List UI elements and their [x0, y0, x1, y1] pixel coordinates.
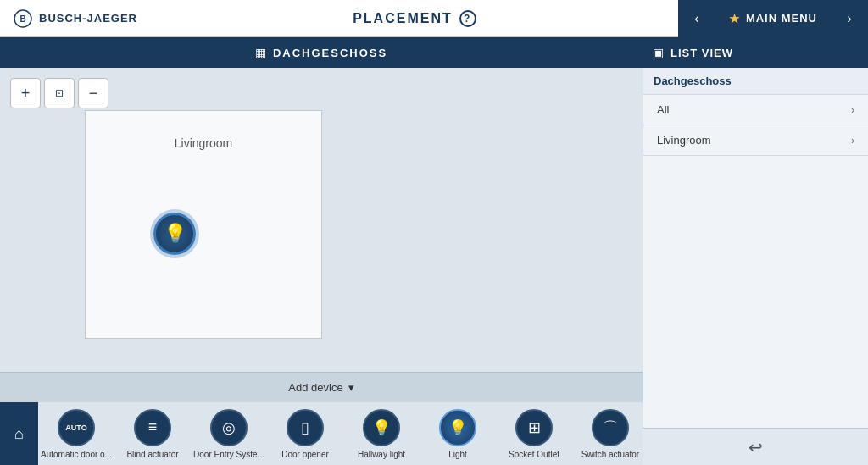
logo-area: B BUSCH-JAEGER [0, 9, 151, 28]
chevron-right-icon-livingroom: › [851, 135, 854, 147]
device-icon-circle-light: 💡 [439, 409, 476, 446]
zoom-in-button[interactable]: + [10, 78, 41, 108]
device-icon-blind: ≡ [148, 418, 158, 436]
device-label-switch: Switch actuator [581, 450, 639, 459]
device-label-hallway: Hallway light [358, 450, 405, 459]
device-item-hallway[interactable]: 💡Hallway light [343, 402, 420, 465]
device-icon-circle-blind: ≡ [134, 409, 171, 446]
zoom-fit-button[interactable]: ⊡ [44, 78, 75, 108]
floor-bar-label: DACHGESCHOSS [273, 47, 387, 59]
add-device-label: Add device [288, 381, 342, 394]
device-icon-light: 💡 [448, 418, 467, 437]
right-panel-back-button[interactable]: ↩ [643, 428, 868, 465]
floor-plan: Livingroom 💡 [85, 110, 322, 339]
device-item-door[interactable]: ▯Door opener [267, 402, 343, 465]
device-icon-circle-auto: AUTO [58, 409, 95, 446]
right-panel-section: Dachgeschoss [643, 68, 868, 95]
device-item-light[interactable]: 💡Light [420, 402, 496, 465]
home-icon: ⌂ [14, 425, 24, 443]
main-menu-label: MAIN MENU [746, 12, 817, 25]
device-item-blind[interactable]: ≡Blind actuator [114, 402, 191, 465]
device-item-switch[interactable]: ⌒Switch actuator [572, 402, 643, 465]
add-device-arrow: ▾ [348, 381, 354, 394]
zoom-out-button[interactable]: − [78, 78, 108, 108]
right-panel-icon: ▣ [653, 46, 664, 59]
nav-next-button[interactable]: › [831, 0, 868, 37]
help-icon[interactable]: ? [459, 10, 476, 27]
main-canvas: Livingroom 💡 [0, 68, 643, 372]
floor-bar: ▦ DACHGESCHOSS [0, 37, 643, 68]
svg-text:B: B [19, 14, 25, 24]
device-bulb-icon: 💡 [164, 223, 186, 245]
chevron-right-icon-all: › [851, 104, 854, 116]
device-label-blind: Blind actuator [126, 450, 178, 459]
device-item-auto[interactable]: AUTOAutomatic door o... [38, 402, 114, 465]
logo-icon: B [14, 9, 32, 28]
device-icon-switch: ⌒ [603, 418, 618, 438]
right-panel-all-label: All [657, 103, 669, 116]
logo-text: BUSCH-JAEGER [39, 12, 137, 25]
room-label: Livingroom [86, 136, 321, 150]
star-icon: ★ [729, 12, 741, 25]
device-on-floor-plan[interactable]: 💡 [153, 213, 196, 255]
device-tray: AUTOAutomatic door o...≡Blind actuator◎D… [38, 402, 643, 465]
zoom-controls: + ⊡ − [10, 78, 108, 108]
floor-icon: ▦ [255, 46, 266, 59]
bottom-bar: Add device ▾ ⌂ AUTOAutomatic door o...≡B… [0, 372, 643, 465]
device-label-entry: Door Entry Syste... [193, 450, 264, 459]
device-label-light: Light [448, 450, 467, 459]
device-icon-circle-entry: ◎ [210, 409, 248, 446]
header-title: PLACEMENT ? [151, 10, 678, 27]
home-button[interactable]: ⌂ [0, 402, 38, 465]
device-icon-circle-hallway: 💡 [363, 409, 400, 446]
device-label-socket: Socket Outlet [509, 450, 559, 459]
device-icon-door: ▯ [301, 418, 309, 437]
right-panel-item-all[interactable]: All › [643, 95, 868, 125]
device-icon-socket: ⊞ [528, 418, 541, 437]
right-panel-header: ▣ LIST VIEW [643, 37, 868, 68]
right-panel-label: LIST VIEW [670, 47, 733, 59]
device-item-entry[interactable]: ◎Door Entry Syste... [191, 402, 267, 465]
device-label-auto: Automatic door o... [41, 450, 112, 459]
device-icon-hallway: 💡 [372, 418, 391, 437]
device-icon-circle-switch: ⌒ [592, 409, 629, 446]
add-device-bar[interactable]: Add device ▾ [0, 373, 643, 403]
device-icon-auto: AUTO [65, 423, 86, 432]
right-panel-livingroom-label: Livingroom [657, 134, 711, 147]
right-panel-item-livingroom[interactable]: Livingroom › [643, 125, 868, 156]
top-header: B BUSCH-JAEGER PLACEMENT ? ‹ ★ MAIN MENU… [0, 0, 868, 37]
device-item-socket[interactable]: ⊞Socket Outlet [496, 402, 572, 465]
device-icon-circle-socket: ⊞ [515, 409, 553, 446]
nav-buttons: ‹ ★ MAIN MENU › [678, 0, 868, 37]
back-icon: ↩ [748, 437, 763, 457]
device-icon-circle-door: ▯ [287, 409, 324, 446]
device-icon-entry: ◎ [222, 418, 236, 437]
placement-title: PLACEMENT [353, 11, 453, 26]
right-panel: Dachgeschoss All › Livingroom › [643, 68, 868, 465]
nav-prev-button[interactable]: ‹ [678, 0, 715, 37]
device-label-door: Door opener [281, 450, 329, 459]
main-menu-button[interactable]: ★ MAIN MENU [715, 0, 831, 37]
